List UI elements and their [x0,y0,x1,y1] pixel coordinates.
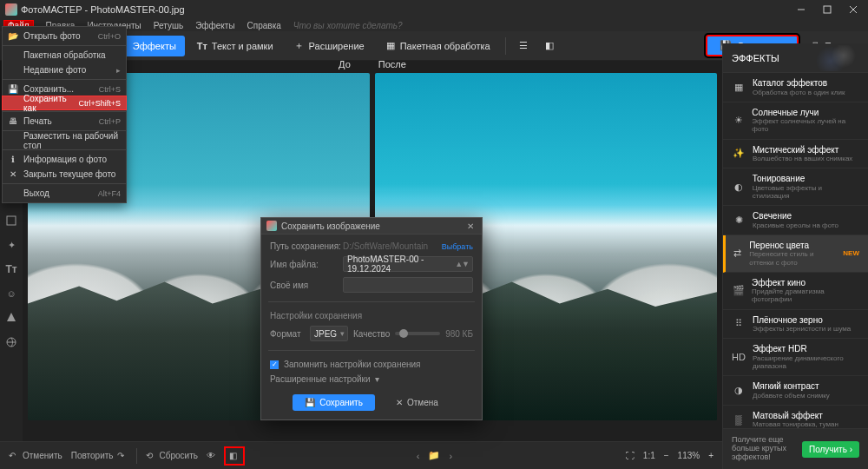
app-icon [5,3,17,16]
effect-icon: ✨ [732,147,746,161]
reset-icon: ⟲ [146,451,156,461]
blank-icon [8,98,18,109]
fit-label[interactable]: 1:1 [643,451,655,460]
effect-item[interactable]: 🎬 Эффект киноПридайте драматизма фотогра… [723,273,868,310]
save-settings-header: Настройки сохранения [270,311,473,320]
file-menu-item[interactable]: ВыходAlt+F4 [3,186,126,201]
nav-prev[interactable]: ‹ [417,451,420,461]
effect-item[interactable]: ▒ Матовый эффектМатовая тонировка, туман [723,406,868,429]
file-menu-item[interactable]: Разместить на рабочий стол [3,133,126,148]
tool-extend[interactable]: ＋Расширение [286,36,373,56]
batch-icon: ▦ [385,41,396,51]
filename-label: Имя файла: [270,260,338,269]
undo-icon: ↶ [9,451,19,461]
effect-icon: ✺ [732,213,746,227]
advanced-toggle[interactable]: Расширенные настройки▾ [270,374,473,384]
effect-icon: ◐ [732,180,746,194]
file-menu-dropdown: 📂Открыть фотоCtrl+OПакетная обработкаНед… [2,26,127,203]
tool-sliders[interactable]: ☰ [512,36,535,56]
filename-input[interactable]: PhotoMASTER-00 - 19.12.2024▲▼ [343,256,473,272]
remember-label: Запомнить настройки сохранения [284,360,421,369]
menu-bar: Файл Правка Инструменты Ретушь Эффекты С… [0,19,868,31]
preview-toggle[interactable]: 👁 [207,451,217,461]
redo-button[interactable]: Повторить↷ [71,451,128,461]
tool-frame-icon[interactable] [4,214,18,228]
size-estimate: 980 КБ [445,329,473,339]
info-icon: ℹ [8,155,18,165]
quality-label: Качество [353,329,390,339]
dialog-save-button[interactable]: 💾Сохранить [293,394,375,411]
file-menu-item[interactable]: ✕Закрыть текущее фото [3,167,126,182]
path-label: Путь сохранения: [270,241,338,251]
tool-compare[interactable]: ◧ [538,36,561,56]
menu-search[interactable]: Что вы хотите сделать? [293,21,868,30]
open-icon: 📂 [8,31,18,42]
effect-item[interactable]: ⇄ Перенос цветаПеренесите стиль и оттенк… [723,235,868,273]
blank-icon [8,65,18,76]
file-menu-item[interactable]: ℹИнформация о фото [3,152,126,167]
menu-help[interactable]: Справка [247,21,281,30]
dialog-cancel-button[interactable]: ✕Отмена [384,394,450,411]
effect-item[interactable]: ▦ Каталог эффектовОбработка фото в один … [723,73,868,102]
plus-icon: ＋ [294,41,305,51]
tool-text[interactable]: TтТекст и рамки [188,36,282,56]
bottom-bar: ↶Отменить Повторить↷ ⟲Сбросить 👁 ◧ ‹ 📁 ›… [0,441,722,469]
chevron-down-icon: ▾ [375,374,379,384]
menu-retouch[interactable]: Ретушь [154,21,183,30]
reset-button[interactable]: ⟲Сбросить [146,451,198,461]
folder-icon[interactable]: 📁 [428,450,440,461]
dialog-title-bar[interactable]: Сохранить изображение ✕ [261,218,482,234]
get-more-button[interactable]: Получить › [802,441,859,458]
print-icon: 🖶 [8,116,18,127]
tool-globe-icon[interactable] [4,335,18,349]
tool-shape-icon[interactable] [4,311,18,325]
zoom-out-button[interactable]: − [664,451,669,460]
dialog-app-icon [266,221,277,231]
customname-input[interactable] [343,277,473,293]
effect-item[interactable]: ☀ Солнечные лучиЭффект солнечных лучей н… [723,102,868,140]
eye-icon: 👁 [207,451,217,461]
effect-item[interactable]: ✺ СвечениеКрасивые ореолы на фото [723,206,868,235]
file-menu-item[interactable]: 📂Открыть фотоCtrl+O [3,29,126,43]
svg-rect-1 [824,6,831,13]
file-menu-item[interactable]: Пакетная обработка [3,48,126,63]
effect-item[interactable]: ✨ Мистический эффектВолшебство на ваших … [723,140,868,169]
effect-item[interactable]: HD Эффект HDRРасширение динамического ди… [723,339,868,376]
format-select[interactable]: JPEG▾ [310,326,348,341]
compare-toggle[interactable]: ◧ [226,448,243,464]
minimize-button[interactable] [788,0,814,19]
undo-button[interactable]: ↶Отменить [9,451,62,461]
quality-slider[interactable] [395,332,440,335]
file-menu-item[interactable]: Недавние фото▸ [3,63,126,77]
effect-icon: HD [732,350,746,364]
effect-item[interactable]: ⠿ Плёночное зерноЭффекты зернистости и ш… [723,310,868,340]
file-menu-item[interactable]: 🖶ПечатьCtrl+P [3,114,126,129]
blank-icon [8,135,18,146]
tool-batch[interactable]: ▦Пакетная обработка [377,36,499,56]
zoom-in-button[interactable]: + [708,451,713,460]
remember-checkbox[interactable]: ✓ [270,360,279,369]
tool-person-icon[interactable]: ☺ [4,287,18,301]
menu-effects[interactable]: Эффекты [195,21,234,30]
dialog-close-button[interactable]: ✕ [464,221,477,231]
effects-panel-title: ЭФФЕКТЫ [723,43,868,73]
effects-panel: ЭФФЕКТЫ ▦ Каталог эффектовОбработка фото… [722,43,868,469]
tool-text2-icon[interactable]: Tт [4,262,18,276]
close-button[interactable] [840,0,866,19]
title-bar: ФотоМАСТЕР - PhotoMASTER-00.jpg [0,0,868,19]
maximize-button[interactable] [814,0,840,19]
save-dialog: Сохранить изображение ✕ Путь сохранения:… [260,217,483,420]
nav-next[interactable]: › [449,451,452,461]
effect-icon: ▦ [732,80,746,94]
file-menu-item[interactable]: Сохранить какCtrl+Shift+S [2,96,127,110]
tool-sparkle2-icon[interactable]: ✦ [4,238,18,252]
svg-rect-8 [7,216,16,225]
effect-item[interactable]: ◑ Мягкий контрастДобавьте объем снимку [723,376,868,406]
effect-icon: ⠿ [732,317,746,331]
fit-screen-icon[interactable]: ⛶ [626,451,635,460]
effects-footer-text: Получите еще больше крутых эффектов! [732,436,797,462]
save-icon: 💾 [8,84,18,95]
choose-path-link[interactable]: Выбрать [442,242,473,251]
text-icon: Tт [197,41,207,51]
effect-item[interactable]: ◐ ТонированиеЦветовые эффекты и стилизац… [723,168,868,206]
